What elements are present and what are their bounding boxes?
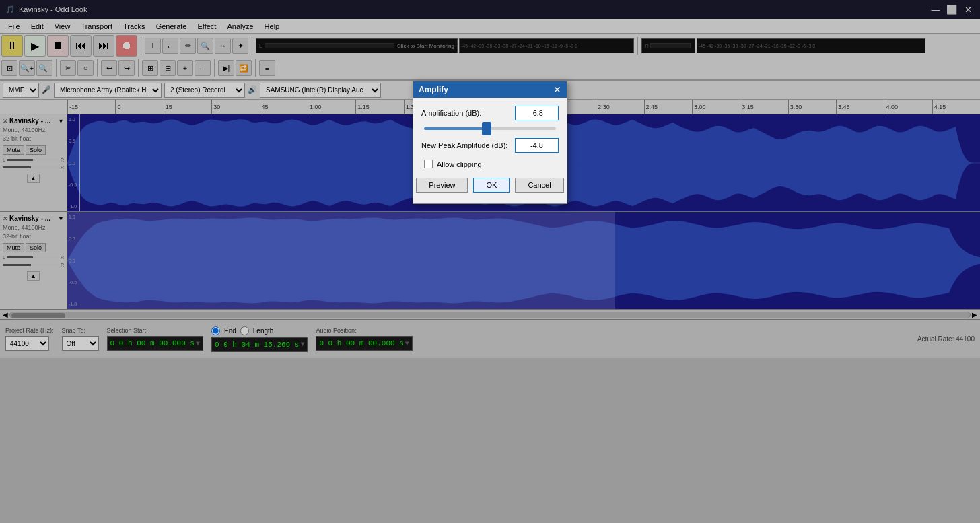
amplification-slider-fill	[424, 127, 483, 130]
allow-clipping-label: Allow clipping	[437, 160, 482, 168]
preview-button[interactable]: Preview	[416, 178, 468, 193]
cancel-button[interactable]: Cancel	[515, 178, 563, 193]
amplify-dialog: Amplify ✕ Amplification (dB): New Peak A…	[413, 81, 567, 204]
amplification-input[interactable]	[515, 106, 559, 120]
dialog-titlebar: Amplify ✕	[413, 81, 567, 98]
ok-button[interactable]: OK	[473, 178, 510, 193]
dialog-overlay: Amplify ✕ Amplification (dB): New Peak A…	[0, 0, 980, 523]
new-peak-label: New Peak Amplitude (dB):	[421, 141, 508, 149]
amplification-slider-row	[421, 127, 559, 130]
dialog-title: Amplify	[419, 85, 448, 94]
new-peak-input[interactable]	[515, 138, 559, 153]
dialog-close-btn[interactable]: ✕	[553, 84, 561, 95]
allow-clipping-row: Allow clipping	[421, 160, 559, 168]
amplification-row: Amplification (dB):	[421, 106, 559, 120]
amplification-label: Amplification (dB):	[421, 109, 481, 117]
amplification-slider-track[interactable]	[424, 127, 556, 130]
allow-clipping-checkbox[interactable]	[424, 160, 433, 168]
new-peak-row: New Peak Amplitude (dB):	[421, 138, 559, 153]
dialog-buttons: Preview OK Cancel	[421, 178, 559, 195]
amplification-slider-thumb[interactable]	[482, 122, 491, 135]
dialog-body: Amplification (dB): New Peak Amplitude (…	[413, 98, 567, 203]
